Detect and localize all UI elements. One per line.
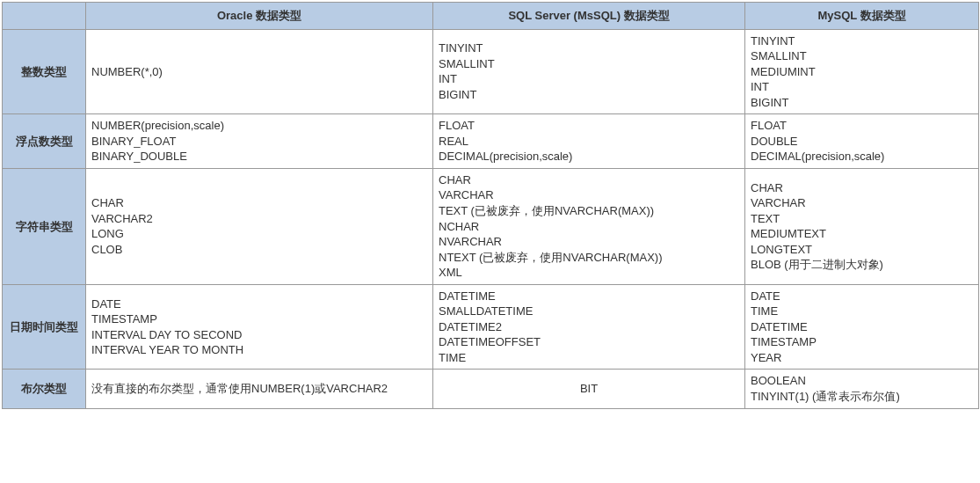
row-label-integer: 整数类型 [3, 29, 86, 114]
cell-oracle-string: CHAR VARCHAR2 LONG CLOB [86, 168, 433, 284]
table-row: 日期时间类型 DATE TIMESTAMP INTERVAL DAY TO SE… [3, 284, 979, 370]
header-row: Oracle 数据类型 SQL Server (MsSQL) 数据类型 MySQ… [3, 3, 979, 30]
table-row: 字符串类型 CHAR VARCHAR2 LONG CLOB CHAR VARCH… [3, 168, 979, 284]
cell-mssql-float: FLOAT REAL DECIMAL(precision,scale) [433, 114, 745, 169]
corner-cell [3, 3, 86, 30]
cell-mssql-string: CHAR VARCHAR TEXT (已被废弃，使用NVARCHAR(MAX))… [433, 168, 745, 284]
cell-mysql-datetime: DATE TIME DATETIME TIMESTAMP YEAR [745, 284, 979, 370]
cell-oracle-float: NUMBER(precision,scale) BINARY_FLOAT BIN… [86, 114, 433, 169]
row-label-float: 浮点数类型 [3, 114, 86, 169]
cell-mysql-boolean: BOOLEAN TINYINT(1) (通常表示布尔值) [745, 370, 979, 408]
header-mssql: SQL Server (MsSQL) 数据类型 [433, 3, 745, 30]
table-row: 整数类型 NUMBER(*,0) TINYINT SMALLINT INT BI… [3, 29, 979, 114]
datatype-comparison-table: Oracle 数据类型 SQL Server (MsSQL) 数据类型 MySQ… [2, 2, 979, 409]
header-oracle: Oracle 数据类型 [86, 3, 433, 30]
cell-mysql-integer: TINYINT SMALLINT MEDIUMINT INT BIGINT [745, 29, 979, 114]
row-label-datetime: 日期时间类型 [3, 284, 86, 370]
cell-oracle-boolean: 没有直接的布尔类型，通常使用NUMBER(1)或VARCHAR2 [86, 370, 433, 408]
cell-mssql-boolean: BIT [433, 370, 745, 408]
row-label-boolean: 布尔类型 [3, 370, 86, 408]
cell-mysql-string: CHAR VARCHAR TEXT MEDIUMTEXT LONGTEXT BL… [745, 168, 979, 284]
cell-oracle-datetime: DATE TIMESTAMP INTERVAL DAY TO SECOND IN… [86, 284, 433, 370]
row-label-string: 字符串类型 [3, 168, 86, 284]
header-mysql: MySQL 数据类型 [745, 3, 979, 30]
cell-oracle-integer: NUMBER(*,0) [86, 29, 433, 114]
cell-mysql-float: FLOAT DOUBLE DECIMAL(precision,scale) [745, 114, 979, 169]
table-row: 布尔类型 没有直接的布尔类型，通常使用NUMBER(1)或VARCHAR2 BI… [3, 370, 979, 408]
cell-mssql-datetime: DATETIME SMALLDATETIME DATETIME2 DATETIM… [433, 284, 745, 370]
cell-mssql-integer: TINYINT SMALLINT INT BIGINT [433, 29, 745, 114]
table-row: 浮点数类型 NUMBER(precision,scale) BINARY_FLO… [3, 114, 979, 169]
